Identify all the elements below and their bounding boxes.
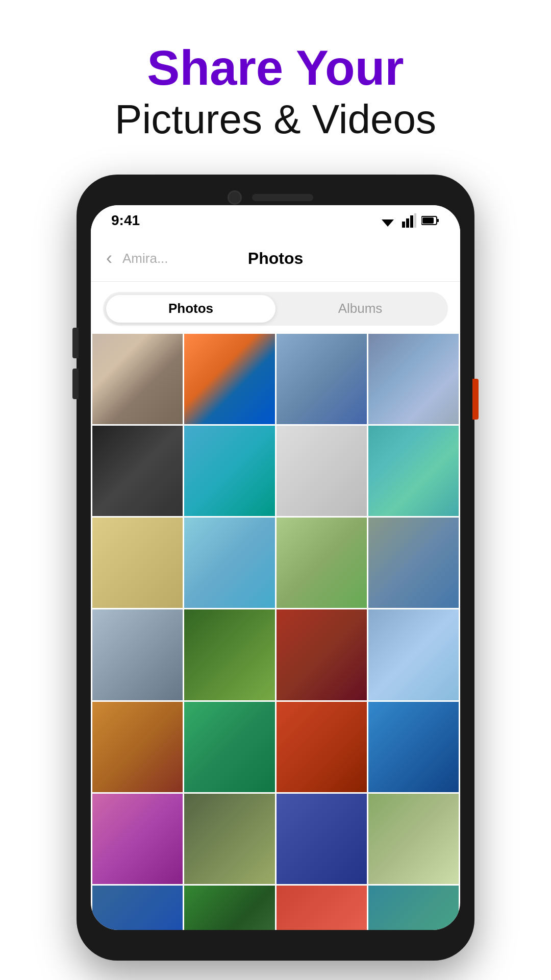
page-title: Photos	[248, 249, 303, 268]
phone-screen: 9:41	[91, 205, 460, 930]
headline-line1: Share Your	[115, 41, 436, 95]
front-camera	[228, 190, 242, 205]
promo-header: Share Your Pictures & Videos	[115, 41, 436, 144]
list-item[interactable]	[92, 609, 183, 700]
list-item[interactable]	[92, 334, 183, 424]
list-item[interactable]	[368, 794, 459, 884]
signal-icon	[402, 213, 416, 228]
tab-albums[interactable]: Albums	[276, 295, 445, 323]
list-item[interactable]	[277, 609, 367, 700]
list-item[interactable]	[368, 609, 459, 700]
list-item[interactable]	[277, 426, 367, 516]
svg-rect-8	[422, 217, 434, 224]
list-item[interactable]	[92, 702, 183, 792]
svg-rect-5	[414, 213, 416, 228]
list-item[interactable]	[277, 334, 367, 424]
phone-body: 9:41	[77, 175, 474, 961]
list-item[interactable]	[277, 702, 367, 792]
list-item[interactable]	[184, 518, 274, 608]
list-item[interactable]	[184, 794, 274, 884]
tab-switcher: Photos Albums	[103, 292, 448, 326]
list-item[interactable]	[368, 518, 459, 608]
svg-rect-3	[406, 218, 409, 228]
status-bar: 9:41	[91, 205, 460, 236]
list-item[interactable]	[184, 334, 274, 424]
svg-rect-7	[437, 219, 439, 222]
list-item[interactable]	[92, 518, 183, 608]
speaker-grille	[252, 194, 313, 201]
list-item[interactable]	[368, 702, 459, 792]
battery-icon	[421, 215, 440, 226]
svg-rect-4	[410, 215, 413, 228]
list-item[interactable]	[184, 886, 274, 930]
photo-grid-container	[91, 334, 460, 930]
svg-rect-2	[402, 222, 405, 228]
list-item[interactable]	[277, 794, 367, 884]
list-item[interactable]	[92, 886, 183, 930]
list-item[interactable]	[368, 426, 459, 516]
profile-name-label: Amira...	[122, 251, 168, 266]
app-nav-header: ‹ Amira... Photos	[91, 236, 460, 282]
wifi-icon	[379, 213, 397, 228]
list-item[interactable]	[92, 426, 183, 516]
list-item[interactable]	[368, 334, 459, 424]
list-item[interactable]	[92, 794, 183, 884]
list-item[interactable]	[277, 886, 367, 930]
back-button[interactable]: ‹	[106, 248, 112, 269]
photo-grid	[91, 334, 460, 930]
volume-up-button[interactable]	[72, 328, 79, 358]
status-icons	[379, 213, 440, 228]
list-item[interactable]	[184, 702, 274, 792]
list-item[interactable]	[368, 886, 459, 930]
volume-down-button[interactable]	[72, 369, 79, 399]
list-item[interactable]	[277, 518, 367, 608]
side-button[interactable]	[472, 379, 479, 420]
headline-line2: Pictures & Videos	[115, 95, 436, 144]
list-item[interactable]	[184, 609, 274, 700]
phone-mockup: 9:41	[77, 175, 474, 961]
list-item[interactable]	[184, 426, 274, 516]
status-time: 9:41	[111, 212, 140, 229]
tab-photos[interactable]: Photos	[106, 295, 276, 323]
